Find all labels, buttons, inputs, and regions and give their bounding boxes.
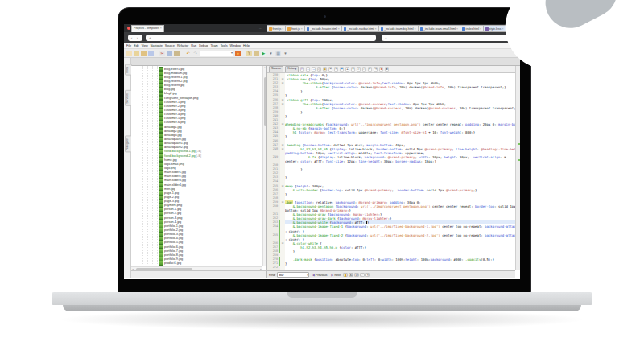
find-previous-button[interactable]: ◀ Previous: [311, 273, 328, 278]
scrollbar-thumb[interactable]: [264, 77, 267, 126]
view-source-button[interactable]: Source: [269, 66, 283, 72]
close-button[interactable]: [127, 27, 130, 30]
close-icon[interactable]: ×: [374, 27, 376, 31]
highlight-search-icon[interactable]: ▣: [323, 67, 328, 72]
close-icon[interactable]: ×: [301, 27, 303, 31]
editor-tab-front-js[interactable]: front.js×: [267, 25, 286, 32]
save-all-icon[interactable]: [148, 51, 154, 56]
tab-label: _include-navbar.html: [347, 27, 374, 31]
screen-content: ↗ ‹ › + ⌕ FileEditViewNavigateSourceRefa…: [124, 24, 520, 279]
redo-icon[interactable]: ↷: [192, 51, 198, 56]
back-icon[interactable]: ←: [306, 67, 311, 72]
menu-file[interactable]: File: [126, 43, 131, 48]
clean-build-project-icon[interactable]: [254, 51, 259, 56]
copy-icon[interactable]: [167, 51, 172, 56]
next-occurrence-icon[interactable]: ▼: [351, 67, 356, 72]
open-project-icon[interactable]: [141, 51, 147, 56]
regex-icon[interactable]: .*: [360, 273, 365, 278]
menu-tools[interactable]: Tools: [221, 43, 228, 48]
run-configuration-combobox[interactable]: [200, 51, 233, 56]
close-icon[interactable]: ×: [480, 27, 481, 31]
run-project-icon[interactable]: ▶: [261, 51, 266, 56]
last-edit-location-icon[interactable]: ↩: [300, 67, 305, 72]
previous-occurrence-icon[interactable]: ▲: [345, 67, 350, 72]
file-name: customer-5.png: [164, 117, 185, 120]
menu-view[interactable]: View: [142, 43, 148, 48]
cut-icon[interactable]: ✂: [159, 51, 165, 56]
menu-run[interactable]: Run: [191, 43, 196, 48]
menu-edit[interactable]: Edit: [134, 43, 139, 48]
search-field[interactable]: ⌕: [382, 35, 510, 41]
editor-tab--include-team-big-html[interactable]: _include-team-big.html×: [379, 25, 419, 32]
close-icon[interactable]: ×: [160, 27, 162, 30]
menu-source[interactable]: Source: [165, 43, 175, 48]
window-group-icon[interactable]: ▦: [275, 51, 281, 56]
file-name: blog-recent-1.jpg: [164, 76, 188, 79]
match-case-icon[interactable]: Aa: [349, 273, 353, 278]
paste-icon[interactable]: [174, 51, 180, 56]
new-project-icon[interactable]: [134, 51, 139, 56]
next-bookmark-icon[interactable]: ⚑: [334, 67, 339, 72]
highlight-results-icon[interactable]: ▆: [343, 273, 348, 278]
close-icon[interactable]: ×: [414, 27, 415, 31]
file-name: detailbg2.jpg: [164, 130, 182, 133]
close-icon[interactable]: ×: [456, 27, 458, 31]
view-history-button[interactable]: History: [285, 66, 299, 72]
change-mark[interactable]: [518, 143, 520, 145]
window-group-dropdown-icon[interactable]: ▾: [283, 51, 288, 56]
shift-left-icon[interactable]: ⇤: [368, 67, 373, 72]
find-selection-icon[interactable]: ◎: [317, 67, 322, 72]
webstart-icon[interactable]: ●: [235, 51, 241, 56]
html-file-icon: [307, 27, 310, 31]
file-name: customer-2.png: [164, 105, 185, 108]
menu-refactor[interactable]: Refactor: [177, 43, 188, 48]
file-name: detailbg1.jpg: [164, 126, 182, 129]
menu-navigate[interactable]: Navigate: [151, 43, 163, 48]
file-name: page-3.jpg: [164, 200, 179, 203]
main-toolbar: ✂↶↷●Y▶▾▦▾: [124, 49, 520, 58]
code-editor[interactable]: 230.ribbon.sale {top: 0;}231⊟.ribbon.new…: [267, 73, 515, 270]
editor-tab--include-navbar-html[interactable]: _include-navbar.html×: [342, 25, 379, 32]
shift-right-icon[interactable]: ⇥: [374, 67, 378, 72]
minimize-panel-icon[interactable]: −: [259, 26, 262, 31]
find-input[interactable]: bar: [277, 272, 309, 278]
js-file-icon: [287, 27, 291, 31]
new-file-icon[interactable]: [126, 51, 132, 56]
toggle-bookmark-icon[interactable]: ⚑: [340, 67, 345, 72]
menu-help[interactable]: Help: [243, 43, 250, 48]
find-next-button[interactable]: ▶ Next: [330, 273, 342, 278]
editor-tab--include-header-html[interactable]: _include-header.html×: [305, 25, 342, 32]
editor-tab-style-less[interactable]: style.less×: [484, 25, 506, 32]
editor-tab-front-js[interactable]: front.js×: [286, 25, 304, 32]
tree-vertical-scrollbar[interactable]: ▴: [262, 66, 266, 266]
whole-words-icon[interactable]: ab: [354, 273, 359, 278]
error-stripe[interactable]: [515, 66, 520, 270]
stop-macro-icon[interactable]: ■: [385, 67, 390, 72]
close-icon[interactable]: ×: [502, 27, 503, 31]
wrap-search-icon[interactable]: ↻: [365, 273, 370, 278]
menu-debug[interactable]: Debug: [199, 43, 208, 48]
uncomment-icon[interactable]: /*: [362, 67, 367, 72]
menu-team[interactable]: Team: [210, 43, 217, 48]
scroll-up-icon[interactable]: ▴: [264, 66, 266, 69]
start-macro-icon[interactable]: ●: [379, 67, 384, 72]
editor-tab--include-team-small-html[interactable]: _include-team-small.html×: [419, 25, 461, 32]
tabs-row: [124, 58, 520, 66]
menu-window[interactable]: Window: [230, 43, 242, 48]
address-bar[interactable]: +: [146, 35, 376, 41]
file-name: customer-6.png: [164, 121, 185, 124]
build-project-icon[interactable]: Y: [246, 51, 252, 56]
editor-tab-index-html[interactable]: index.html×: [460, 25, 484, 32]
back-forward-buttons[interactable]: ‹ ›: [128, 35, 142, 41]
close-icon[interactable]: ×: [282, 27, 283, 31]
comment-icon[interactable]: //: [357, 67, 361, 72]
file-name: customer-1.png: [164, 101, 185, 104]
vcs-status-badge: [-/A]: [196, 154, 201, 158]
close-icon[interactable]: ×: [338, 27, 340, 31]
undo-icon[interactable]: ↶: [185, 51, 191, 56]
previous-bookmark-icon[interactable]: ⚑: [328, 67, 333, 72]
forward-icon[interactable]: →: [312, 67, 316, 72]
run-dropdown-icon[interactable]: ▾: [268, 51, 274, 56]
projects-panel-tab[interactable]: Projects - templates ×: [131, 25, 164, 32]
change-mark[interactable]: [518, 159, 520, 161]
